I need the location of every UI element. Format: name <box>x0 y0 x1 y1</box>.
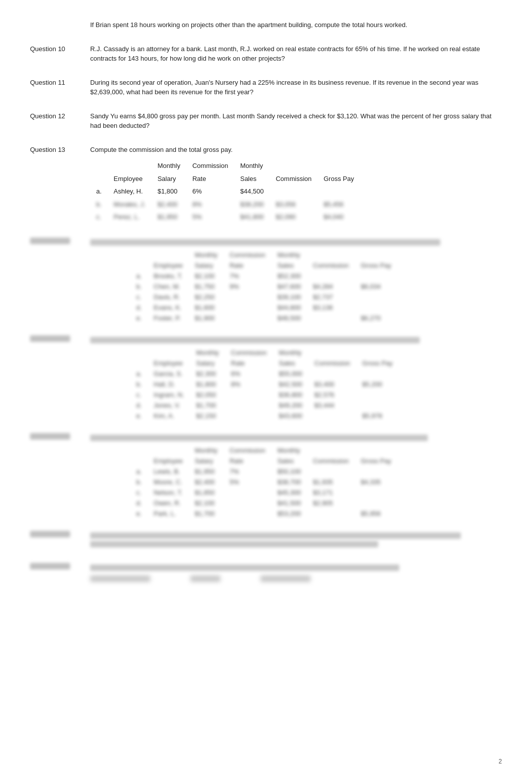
question-14-block: MonthlyCommissionMonthly EmployeeSalaryR… <box>30 238 502 323</box>
table-row-c: c. Perez, L. $1,950 5% $41,800 $2,090 $4… <box>90 211 360 224</box>
col-commission-header: Commission <box>270 172 318 185</box>
blurred-table-16: MonthlyCommissionMonthly EmployeeSalaryR… <box>130 445 397 519</box>
row-a-employee: Ashley, H. <box>108 185 152 198</box>
row-a-sales: $44,500 <box>234 185 270 198</box>
question-11-block: Question 11 During its second year of op… <box>30 78 502 97</box>
col-employee-header: Employee <box>108 172 152 185</box>
col-monthly-sales-header: Monthly <box>234 159 270 172</box>
table-row-a: a. Ashley, H. $1,800 6% $44,500 <box>90 185 360 198</box>
col-sales-header: Sales <box>234 172 270 185</box>
row-a-commission <box>270 185 318 198</box>
col-grosspay-header: Gross Pay <box>318 172 360 185</box>
question-10-text: R.J. Cassady is an attorney for a bank. … <box>90 44 502 64</box>
intro-text: If Brian spent 18 hours working on proje… <box>90 20 502 30</box>
question-13-text: Compute the commission and the total gro… <box>90 145 502 155</box>
question-15-block: MonthlyCommissionMonthly EmployeeSalaryR… <box>30 335 502 421</box>
question-12-label: Question 12 <box>30 111 90 131</box>
col-rate-header: Rate <box>186 172 234 185</box>
table-header-row1: Monthly Commission Monthly <box>90 159 360 172</box>
question-12-text: Sandy Yu earns $4,800 gross pay per mont… <box>90 111 502 131</box>
row-a-label: a. <box>90 185 108 198</box>
page-number: 2 <box>498 758 502 765</box>
blurred-table-15: MonthlyCommissionMonthly EmployeeSalaryR… <box>130 347 399 421</box>
question-10-label: Question 10 <box>30 44 90 64</box>
blurred-table-14: MonthlyCommissionMonthly EmployeeSalaryR… <box>130 250 397 323</box>
col-monthly-salary-header: Monthly <box>151 159 186 172</box>
question-18-block <box>30 563 502 583</box>
row-a-salary: $1,800 <box>151 185 186 198</box>
question-11-label: Question 11 <box>30 78 90 97</box>
question-11-text: During its second year of operation, Jua… <box>90 78 502 97</box>
col-salary-header: Salary <box>151 172 186 185</box>
question-16-block: MonthlyCommissionMonthly EmployeeSalaryR… <box>30 433 502 519</box>
row-a-rate: 6% <box>186 185 234 198</box>
table-row-b: b. Morales, J. $2,400 8% $38,200 $3,056 … <box>90 198 360 211</box>
question-10-block: Question 10 R.J. Cassady is an attorney … <box>30 44 502 64</box>
question-13-label: Question 13 <box>30 145 90 155</box>
question-12-block: Question 12 Sandy Yu earns $4,800 gross … <box>30 111 502 131</box>
table-header-row2: Employee Salary Rate Sales Commission Gr… <box>90 172 360 185</box>
question-13-block: Question 13 Compute the commission and t… <box>30 145 502 224</box>
question-17-block <box>30 531 502 549</box>
col-commission-rate-header: Commission <box>186 159 234 172</box>
commission-table: Monthly Commission Monthly Employee Sala… <box>90 159 360 224</box>
row-a-grosspay <box>318 185 360 198</box>
